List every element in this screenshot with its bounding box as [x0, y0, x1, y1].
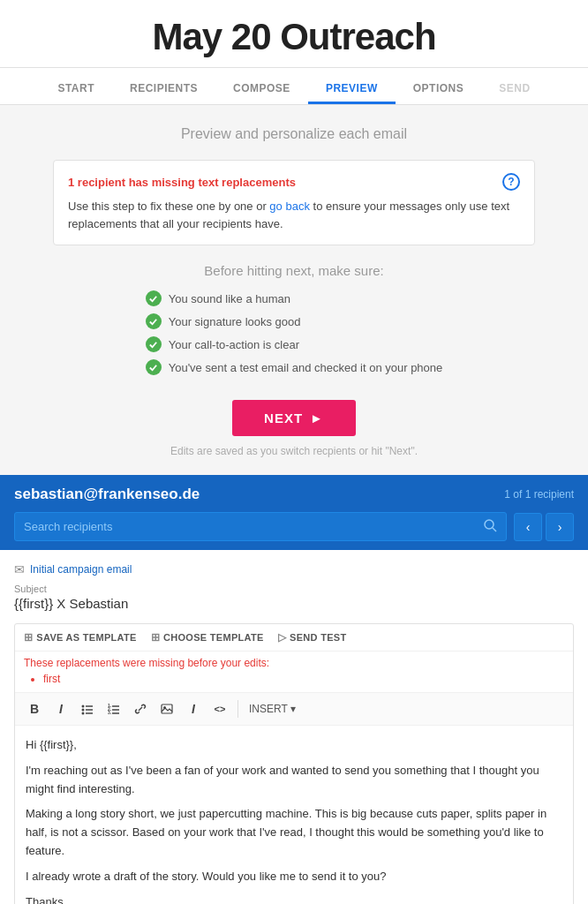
svg-point-4 — [82, 709, 85, 712]
next-button-label: NEXT — [264, 411, 303, 426]
italic-button[interactable]: I — [50, 698, 72, 719]
save-template-button[interactable]: ⊞ SAVE AS TEMPLATE — [24, 631, 137, 644]
next-button[interactable]: NEXT ► — [232, 400, 356, 436]
choose-template-label: CHOOSE TEMPLATE — [163, 632, 264, 643]
missing-title: These replacements were missing before y… — [24, 657, 564, 669]
checklist-item-label-0: You sound like a human — [169, 292, 290, 305]
svg-line-1 — [493, 528, 496, 531]
tab-compose[interactable]: COMPOSE — [215, 75, 308, 104]
svg-point-6 — [82, 712, 85, 715]
check-icon-2 — [146, 336, 162, 352]
tab-options[interactable]: OPTIONS — [396, 75, 482, 104]
main-content: Preview and personalize each email 1 rec… — [0, 105, 588, 475]
body-line-4: Thanks, — [26, 893, 562, 904]
choose-template-button[interactable]: ⊞ CHOOSE TEMPLATE — [151, 631, 264, 644]
body-line-3: I already wrote a draft of the story. Wo… — [26, 868, 562, 886]
check-icon-0 — [146, 290, 162, 306]
insert-dropdown[interactable]: INSERT ▾ — [249, 703, 296, 715]
send-test-button[interactable]: ▷ SEND TEST — [278, 631, 347, 644]
tab-send: SEND — [481, 75, 547, 104]
search-box[interactable] — [14, 512, 507, 541]
email-body[interactable]: Hi {{first}}, I'm reaching out as I've b… — [15, 726, 573, 904]
checklist-item-label-1: Your signature looks good — [169, 315, 301, 328]
next-btn-section: NEXT ► — [53, 400, 535, 436]
subject-value: {{first}} X Sebastian — [14, 596, 574, 611]
prev-recipient-button[interactable]: ‹ — [514, 513, 542, 541]
next-recipient-button[interactable]: › — [546, 513, 574, 541]
checklist-title: Before hitting next, make sure: — [53, 263, 535, 278]
check-icon-3 — [146, 359, 162, 375]
help-icon[interactable]: ? — [502, 173, 520, 191]
image-button[interactable] — [156, 698, 177, 719]
svg-text:3.: 3. — [108, 710, 112, 715]
ordered-list-button[interactable]: 1.2.3. — [103, 698, 124, 719]
code-button[interactable]: <> — [209, 698, 230, 719]
insert-label: INSERT — [249, 703, 288, 715]
next-arrow-icon: ► — [310, 411, 324, 426]
choose-template-icon: ⊞ — [151, 631, 160, 644]
save-template-label: SAVE AS TEMPLATE — [36, 632, 136, 643]
recipient-top: sebastian@frankenseo.de 1 of 1 recipient — [14, 486, 574, 503]
warning-title: 1 recipient has missing text replacement… — [68, 173, 520, 191]
checklist-section: Before hitting next, make sure: You soun… — [53, 263, 535, 382]
missing-list: first — [24, 673, 564, 685]
checklist-item-0: You sound like a human — [146, 290, 443, 306]
unordered-list-button[interactable] — [77, 698, 98, 719]
insert-dropdown-icon: ▾ — [290, 703, 296, 715]
toolbar-divider — [237, 700, 238, 718]
nav-tabs: START RECIPIENTS COMPOSE PREVIEW OPTIONS… — [0, 68, 588, 105]
page-title: May 20 Outreach — [0, 16, 588, 58]
checklist-item-label-3: You've sent a test email and checked it … — [169, 361, 443, 374]
send-test-label: SEND TEST — [290, 632, 346, 643]
editor-container: ⊞ SAVE AS TEMPLATE ⊞ CHOOSE TEMPLATE ▷ S… — [14, 623, 574, 904]
svg-point-0 — [485, 520, 494, 529]
send-test-icon: ▷ — [278, 631, 286, 644]
page-title-section: May 20 Outreach — [0, 0, 588, 68]
bold-button[interactable]: B — [24, 698, 45, 719]
checklist-item-label-2: Your call-to-action is clear — [169, 338, 299, 351]
italic2-button[interactable]: I — [183, 698, 204, 719]
svg-rect-14 — [162, 704, 172, 713]
search-icon — [483, 518, 497, 535]
checklist-items: You sound like a human Your signature lo… — [146, 290, 443, 382]
tab-start[interactable]: START — [40, 75, 112, 104]
check-icon-1 — [146, 313, 162, 329]
subject-label: Subject — [14, 584, 574, 594]
save-template-icon: ⊞ — [24, 631, 33, 644]
recipient-bar: sebastian@frankenseo.de 1 of 1 recipient… — [0, 475, 588, 550]
body-line-2: Making a long story short, we just paper… — [26, 805, 562, 860]
recipient-email: sebastian@frankenseo.de — [14, 486, 200, 503]
link-button[interactable] — [130, 698, 151, 719]
checklist-item-3: You've sent a test email and checked it … — [146, 359, 443, 375]
checklist-item-2: Your call-to-action is clear — [146, 336, 443, 352]
tab-preview[interactable]: PREVIEW — [308, 75, 396, 104]
checklist-item-1: Your signature looks good — [146, 313, 443, 329]
warning-box: 1 recipient has missing text replacement… — [53, 160, 535, 245]
email-type-label: ✉ Initial campaign email — [14, 562, 574, 576]
preview-subtitle: Preview and personalize each email — [53, 126, 535, 142]
recipient-search-row: ‹ › — [14, 512, 574, 550]
go-back-link[interactable]: go back — [269, 200, 310, 213]
recipient-count: 1 of 1 recipient — [504, 488, 574, 501]
nav-arrows: ‹ › — [514, 513, 574, 541]
body-line-0: Hi {{first}}, — [26, 736, 562, 755]
missing-item-first: first — [43, 673, 564, 685]
missing-replacements: These replacements were missing before y… — [15, 652, 573, 693]
email-section: ✉ Initial campaign email Subject {{first… — [0, 550, 588, 904]
editor-actions: ⊞ SAVE AS TEMPLATE ⊞ CHOOSE TEMPLATE ▷ S… — [15, 624, 573, 652]
warning-title-text: 1 recipient has missing text replacement… — [68, 176, 296, 189]
svg-point-2 — [82, 705, 85, 708]
tab-recipients[interactable]: RECIPIENTS — [112, 75, 215, 104]
format-toolbar: B I 1.2.3. I <> INSERT ▾ — [15, 693, 573, 726]
save-note: Edits are saved as you switch recpients … — [53, 445, 535, 457]
search-input[interactable] — [24, 520, 478, 533]
envelope-icon: ✉ — [14, 562, 25, 576]
email-type-text: Initial campaign email — [30, 563, 132, 576]
warning-body-part1: Use this step to fix these one by one or — [68, 200, 269, 213]
body-line-1: I'm reaching out as I've been a fan of y… — [26, 762, 562, 799]
warning-body: Use this step to fix these one by one or… — [68, 198, 520, 232]
